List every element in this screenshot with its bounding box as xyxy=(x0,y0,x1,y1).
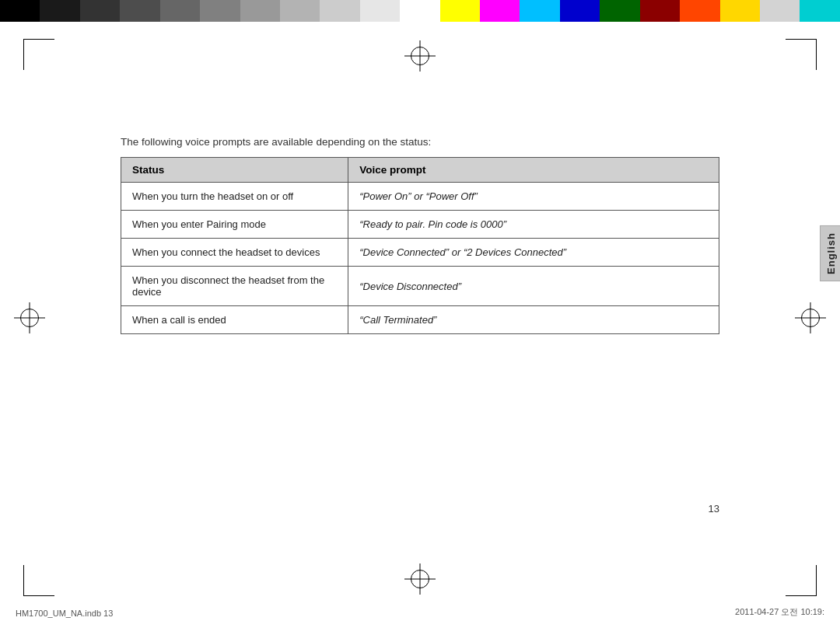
intro-text: The following voice prompts are availabl… xyxy=(121,136,719,148)
footer-left: HM1700_UM_NA.indb 13 xyxy=(16,609,113,618)
color-swatch xyxy=(280,0,320,22)
status-cell: When a call is ended xyxy=(121,306,348,334)
voice-prompts-table: Status Voice prompt When you turn the he… xyxy=(121,157,719,334)
color-swatch xyxy=(720,0,760,22)
reg-mark-top xyxy=(404,40,436,72)
color-swatch xyxy=(320,0,359,22)
prompt-cell: “Device Connected” or “2 Devices Connect… xyxy=(348,239,719,267)
english-language-tab: English xyxy=(820,225,840,281)
color-swatch xyxy=(680,0,719,22)
color-swatch xyxy=(0,0,40,22)
corner-mark-top-left xyxy=(23,39,54,70)
table-row: When you enter Pairing mode“Ready to pai… xyxy=(121,211,719,239)
color-swatch xyxy=(600,0,639,22)
status-cell: When you enter Pairing mode xyxy=(121,211,348,239)
color-swatch xyxy=(560,0,600,22)
table-row: When you connect the headset to devices“… xyxy=(121,239,719,267)
table-row: When you disconnect the headset from the… xyxy=(121,267,719,306)
color-swatch xyxy=(40,0,79,22)
color-swatch xyxy=(760,0,800,22)
color-swatch xyxy=(160,0,200,22)
reg-mark-bottom xyxy=(404,563,436,595)
prompt-cell: “Call Terminated” xyxy=(348,306,719,334)
color-swatch xyxy=(640,0,680,22)
table-header-row: Status Voice prompt xyxy=(121,158,719,183)
color-swatch xyxy=(480,0,520,22)
col-status-header: Status xyxy=(121,158,348,183)
corner-mark-bottom-left xyxy=(23,565,54,596)
color-bar xyxy=(0,0,840,22)
table-row: When you turn the headset on or off“Powe… xyxy=(121,183,719,211)
color-swatch xyxy=(800,0,839,22)
prompt-cell: “Device Disconnected” xyxy=(348,267,719,306)
color-swatch xyxy=(360,0,400,22)
color-swatch xyxy=(200,0,240,22)
table-row: When a call is ended“Call Terminated” xyxy=(121,306,719,334)
prompt-cell: “Power On” or “Power Off” xyxy=(348,183,719,211)
status-cell: When you disconnect the headset from the… xyxy=(121,267,348,306)
reg-mark-left xyxy=(14,302,45,333)
prompt-cell: “Ready to pair. Pin code is 0000” xyxy=(348,211,719,239)
corner-mark-top-right xyxy=(786,39,817,70)
page-number: 13 xyxy=(709,503,719,515)
color-swatch xyxy=(400,0,439,22)
col-prompt-header: Voice prompt xyxy=(348,158,719,183)
footer-right: 2011-04-27 오전 10:19: xyxy=(735,606,824,618)
status-cell: When you connect the headset to devices xyxy=(121,239,348,267)
status-cell: When you turn the headset on or off xyxy=(121,183,348,211)
color-swatch xyxy=(440,0,480,22)
corner-mark-bottom-right xyxy=(786,565,817,596)
color-swatch xyxy=(80,0,120,22)
color-swatch xyxy=(240,0,280,22)
color-swatch xyxy=(120,0,159,22)
main-content: The following voice prompts are availabl… xyxy=(121,136,719,334)
color-swatch xyxy=(520,0,559,22)
reg-mark-right xyxy=(795,302,826,333)
